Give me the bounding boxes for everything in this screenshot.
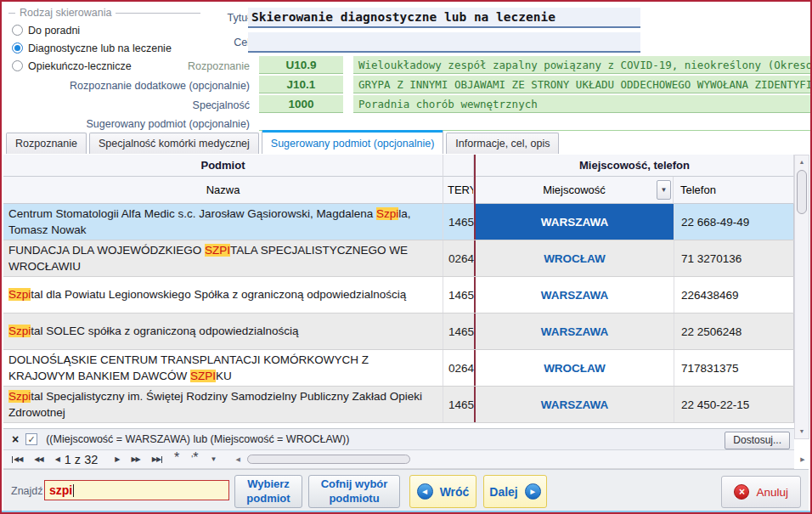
tab-bar: Rozpoznanie Specjalność komórki medyczne… [3, 130, 559, 154]
first-record-icon[interactable]: ◀◀ [12, 456, 22, 463]
cancel-x-circle-icon: × [734, 484, 749, 500]
scroll-up-icon[interactable]: ▲ [795, 155, 809, 168]
scrollbar-thumb[interactable] [797, 170, 807, 214]
scroll-left-icon[interactable]: ◀ [235, 456, 240, 463]
sugerowany-code-field[interactable] [259, 104, 343, 131]
providers-table: Podmiot Miejscowość, telefon Nazwa TERYT… [3, 155, 794, 423]
name-text: tal SOLEC spółka z ograniczoną odpowiedz… [31, 325, 298, 337]
search-highlight: Szpi [376, 207, 398, 220]
cell-miejscowosc[interactable]: WROCŁAW [476, 240, 674, 276]
next-page-icon[interactable]: ▶▶ [131, 456, 139, 463]
table-column-header-row: Nazwa TERYT Miejscowość ▼ Telefon [3, 177, 794, 204]
name-text: tal dla Powiatu Legionowskiego Spółka z … [31, 288, 406, 301]
radio-do-poradni[interactable]: Do poradni [12, 24, 200, 37]
cancel-button-label: Anuluj [756, 486, 788, 499]
column-header-miejscowosc[interactable]: Miejscowość ▼ [476, 177, 674, 204]
tab-informacje-cel-opis[interactable]: Informacje, cel, opis [446, 133, 559, 154]
dodatkowe-code-field[interactable]: J10.1 [259, 76, 343, 93]
select-entity-button[interactable]: Wybierz podmiot [234, 475, 302, 508]
filter-expression[interactable]: ((Miejscowość = WARSZAWA) lub (Miejscowo… [46, 433, 349, 445]
column-header-teryt[interactable]: TERYT [443, 177, 474, 204]
table-row[interactable]: Szpital dla Powiatu Legionowskiego Spółk… [3, 277, 794, 313]
cell-teryt[interactable]: 0264 [443, 240, 474, 276]
prev-page-icon[interactable]: ◀◀ [34, 456, 42, 463]
cell-teryt[interactable]: 1465 [443, 277, 474, 313]
arrow-left-circle-icon: ◀ [417, 483, 433, 500]
table-group-header-row: Podmiot Miejscowość, telefon [3, 155, 794, 177]
back-button[interactable]: ◀ Wróć [409, 475, 476, 508]
table-row[interactable]: Centrum Stomatologii Alfa Medic s.c. Jar… [3, 204, 794, 240]
rozpoznanie-code-field[interactable]: U10.9 [259, 56, 343, 74]
append-record-icon[interactable]: * [174, 455, 179, 464]
cell-telefon[interactable]: 22 450-22-15 [674, 387, 794, 422]
group-header-podmiot[interactable]: Podmiot [3, 155, 443, 177]
cell-nazwa[interactable]: Szpital Specjalistyczny im. Świętej Rodz… [3, 387, 443, 422]
vertical-scrollbar[interactable]: ▲ ▼ [794, 155, 809, 439]
scroll-down-icon[interactable]: ▼ [795, 425, 809, 438]
cell-nazwa[interactable]: Szpital SOLEC spółka z ograniczoną odpow… [3, 313, 443, 349]
column-header-label: Miejscowość [543, 184, 606, 196]
chevron-down-icon: ▼ [661, 186, 668, 194]
group-header-city-phone[interactable]: Miejscowość, telefon [476, 155, 794, 177]
sugerowany-desc-field[interactable] [353, 104, 810, 131]
undo-selection-button[interactable]: Cofnij wybór podmiotu [308, 475, 400, 508]
cell-teryt[interactable]: 1465 [443, 387, 474, 422]
cell-nazwa[interactable]: FUNDACJA DLA WOJEWÓDZKIEGO SZPITALA SPEC… [3, 240, 443, 276]
specjalnosc-label: Specjalność [0, 99, 250, 111]
last-record-icon[interactable]: ▶▶ [152, 456, 162, 463]
name-text: KU [216, 370, 232, 382]
rozpoznanie-label: Rozpoznanie [0, 60, 250, 72]
window-bottom-accent [2, 511, 810, 512]
find-input[interactable]: szpi [44, 480, 229, 500]
horizontal-scrollbar-thumb[interactable] [247, 455, 410, 464]
dodatkowe-desc-field[interactable]: GRYPA Z INNYMI OBJAWAMI ZE STRONY UKŁADU… [353, 76, 810, 93]
cell-nazwa[interactable]: DOLNOŚLĄSKIE CENTRUM TRANSPLANTACJI KOMÓ… [3, 350, 443, 386]
cell-teryt[interactable]: 1465 [443, 313, 474, 349]
cell-telefon[interactable]: 226438469 [674, 277, 794, 313]
cell-nazwa[interactable]: Centrum Stomatologii Alfa Medic s.c. Jar… [3, 204, 443, 240]
rozpoznanie-desc-field[interactable]: Wieloukładowy zespół zapalny powiązany z… [353, 56, 810, 74]
edit-record-icon[interactable]: '* [191, 455, 198, 464]
next-button[interactable]: Dalej ▶ [483, 475, 547, 508]
cel-field[interactable] [248, 32, 640, 53]
name-text: Centrum Stomatologii Alfa Medic s.c. Jar… [8, 207, 376, 220]
cell-telefon[interactable]: 71 3270136 [674, 240, 794, 276]
table-row[interactable]: DOLNOŚLĄSKIE CENTRUM TRANSPLANTACJI KOMÓ… [3, 350, 794, 387]
cell-miejscowosc[interactable]: WROCŁAW [476, 350, 674, 386]
cell-nazwa[interactable]: Szpital dla Powiatu Legionowskiego Spółk… [3, 277, 443, 313]
title-field[interactable]: Skierowanie diagnostyczne lub na leczeni… [248, 8, 640, 28]
cell-miejscowosc-selected[interactable]: WARSZAWA [476, 204, 674, 240]
cell-telefon[interactable]: 22 2506248 [674, 313, 794, 349]
cell-miejscowosc[interactable]: WARSZAWA [476, 387, 674, 422]
cell-teryt[interactable]: 1465 [443, 204, 474, 240]
scroll-right-icon[interactable]: ▶ [797, 453, 809, 466]
cell-teryt[interactable]: 0264 [443, 350, 474, 386]
footer-panel: Znajdź szpi Wybierz podmiot Cofnij wybór… [3, 469, 809, 512]
title-label: Tytuł [0, 12, 250, 24]
customize-filter-button[interactable]: Dostosuj... [725, 432, 790, 449]
search-highlight: Szpi [8, 288, 31, 301]
column-header-telefon[interactable]: Telefon [674, 177, 794, 204]
next-record-icon[interactable]: ▶ [115, 456, 119, 463]
radio-icon[interactable] [12, 25, 23, 36]
table-row[interactable]: FUNDACJA DLA WOJEWÓDZKIEGO SZPITALA SPEC… [3, 240, 794, 277]
column-header-nazwa[interactable]: Nazwa [3, 177, 443, 204]
cell-miejscowosc[interactable]: WARSZAWA [476, 313, 674, 349]
column-filter-dropdown-button[interactable]: ▼ [657, 180, 671, 200]
cell-telefon[interactable]: 22 668-49-49 [674, 204, 794, 240]
search-highlight: SZPI [190, 370, 216, 382]
filter-enabled-checkbox[interactable]: ✓ [25, 433, 37, 445]
cell-telefon[interactable]: 717831375 [674, 350, 794, 386]
filter-icon[interactable]: ▼ [210, 455, 217, 463]
tab-specjalnosc-komorki[interactable]: Specjalność komórki medycznej [89, 133, 259, 154]
cell-miejscowosc[interactable]: WARSZAWA [476, 277, 674, 313]
prev-record-icon[interactable]: ◀ [55, 456, 59, 463]
close-filter-icon[interactable]: × [12, 433, 19, 445]
table-row[interactable]: Szpital SOLEC spółka z ograniczoną odpow… [3, 313, 794, 350]
table-row[interactable]: Szpital Specjalistyczny im. Świętej Rodz… [3, 387, 794, 423]
record-position: 1 z 32 [65, 453, 99, 466]
cancel-button[interactable]: × Anuluj [721, 476, 801, 508]
tab-rozpoznanie[interactable]: Rozpoznanie [6, 133, 87, 154]
name-text: DOLNOŚLĄSKIE CENTRUM TRANSPLANTACJI KOMÓ… [8, 353, 369, 382]
tab-sugerowany-podmiot[interactable]: Sugerowany podmiot (opcjonalnie) [262, 130, 443, 154]
